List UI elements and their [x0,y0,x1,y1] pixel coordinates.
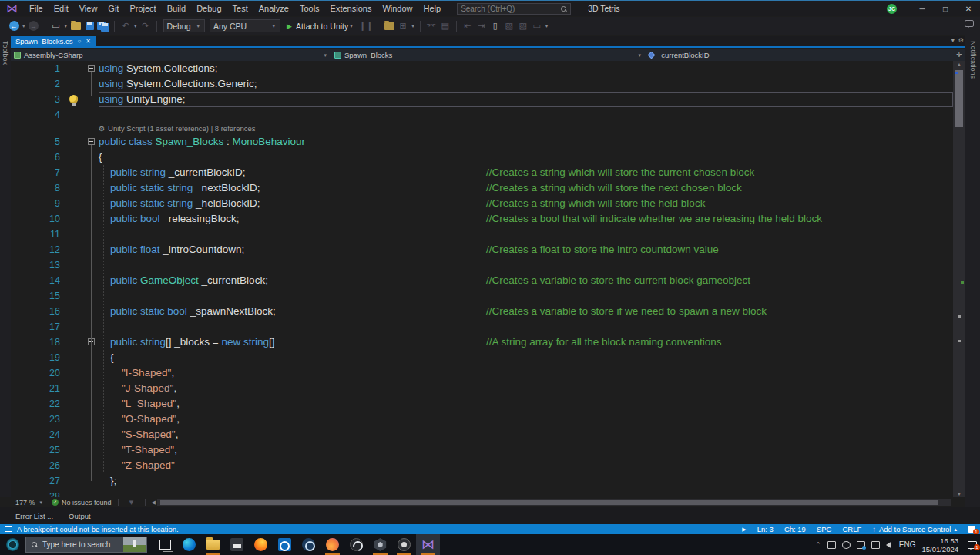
undo-dropdown[interactable]: ▾ [134,23,137,29]
user-avatar[interactable]: JC [887,4,897,14]
glyph-margin[interactable] [66,473,86,489]
notifications-tab[interactable]: Notifications [969,41,977,79]
code-line-23[interactable]: 23 "O-Shaped", [11,412,953,427]
uncomment-selection-icon[interactable]: ▧ [517,19,529,33]
column-indicator[interactable]: Ch: 19 [784,525,806,533]
fold-margin[interactable] [86,61,99,76]
project-dropdown[interactable]: Assembly-CSharp ▾ [11,49,331,61]
save-all-icon[interactable] [97,19,109,33]
visual-studio-icon[interactable]: ⋈ [416,534,440,555]
pause-icon[interactable]: ❙❙ [359,19,373,33]
code-line-26[interactable]: 26 "Z-Shaped" [11,458,953,473]
fold-margin[interactable] [86,134,99,150]
preview-changes-icon[interactable]: ⊞ [397,19,409,33]
navigate-back-button[interactable]: ← [8,19,20,33]
glyph-margin[interactable] [66,123,86,134]
line-ending-indicator[interactable]: CRLF [842,525,861,533]
recorder-app-icon[interactable] [392,534,416,555]
codelens-row[interactable]: ⚙Unity Script (1 asset reference) | 8 re… [11,123,953,134]
tray-display-icon[interactable] [857,541,865,549]
menu-window[interactable]: Window [377,1,418,16]
output-tab[interactable]: Output [69,512,91,520]
fold-margin[interactable] [86,76,99,92]
glyph-margin[interactable] [66,227,86,242]
code-line-6[interactable]: 6{ [11,150,953,165]
glyph-margin[interactable] [66,396,86,412]
code-line-5[interactable]: 5public class Spawn_Blocks : MonoBehavio… [11,134,953,150]
fold-margin[interactable] [86,211,99,227]
window-options-gear-icon[interactable]: ⚙ [958,37,964,44]
firefox-icon[interactable] [249,534,273,555]
glyph-margin[interactable] [66,92,86,107]
menu-help[interactable]: Help [418,1,447,16]
code-line-18[interactable]: 18 public string[] _blocks = new string[… [11,335,953,350]
line-indicator[interactable]: Ln: 3 [757,525,774,533]
disc-app-icon[interactable] [297,534,321,555]
language-indicator[interactable]: ENG [899,540,916,549]
fold-margin[interactable] [86,489,99,497]
send-feedback-icon[interactable] [965,20,974,27]
glyph-margin[interactable] [66,350,86,365]
fold-margin[interactable] [86,257,99,273]
start-button[interactable] [6,538,19,551]
code-line-8[interactable]: 8 public static string _nextBlockID;//Cr… [11,180,953,196]
fold-margin[interactable] [86,365,99,381]
fold-margin[interactable] [86,92,99,107]
bookmark-icon[interactable]: ▯ [489,19,502,33]
code-line-16[interactable]: 16 public static bool _spawnNextBlock;//… [11,304,953,319]
glyph-margin[interactable] [66,76,86,92]
code-line-11[interactable]: 11 [11,227,953,242]
navigate-back-dropdown[interactable]: ▾ [22,23,25,29]
code-line-21[interactable]: 21 "J-Shaped", [11,381,953,396]
action-center-icon[interactable]: 1 [968,541,977,549]
tab-close-icon[interactable]: ✕ [86,38,91,45]
lightbulb-icon[interactable] [69,95,78,103]
fold-margin[interactable] [86,227,99,242]
fold-margin[interactable] [86,350,99,365]
orange-app-icon[interactable] [321,534,344,555]
new-file-dropdown[interactable]: ▾ [65,23,68,29]
zoom-level-select[interactable]: 177 % ▾ [15,499,44,506]
fold-margin[interactable] [86,381,99,396]
solution-platform-select[interactable]: Any CPU▾ [210,19,280,32]
glyph-margin[interactable] [66,442,86,458]
scroll-down-icon[interactable]: ▼ [953,491,965,496]
vertical-scrollbar[interactable]: ▲ ▼ [953,61,965,497]
code-line-20[interactable]: 20 "I-Shaped", [11,365,953,381]
code-line-28[interactable]: 28 [11,489,953,497]
fold-margin[interactable] [86,150,99,165]
horizontal-scrollbar[interactable] [157,499,951,506]
code-line-25[interactable]: 25 "T-Shaped", [11,442,953,458]
save-icon[interactable] [83,19,96,33]
fold-margin[interactable] [86,319,99,335]
fold-margin[interactable] [86,165,99,180]
glyph-margin[interactable] [66,211,86,227]
add-to-source-control-button[interactable]: ↑ Add to Source Control ▴ [872,525,957,533]
glyph-margin[interactable] [66,365,86,381]
glyph-margin[interactable] [66,61,86,76]
menu-debug[interactable]: Debug [191,1,227,16]
taskbar-search-input[interactable]: Type here to search [25,536,147,553]
tray-antivirus-icon[interactable] [842,541,851,549]
menu-extensions[interactable]: Extensions [325,1,378,16]
attach-to-unity-button[interactable]: ▶ Attach to Unity ▾ [283,19,358,33]
codelens-text[interactable]: Unity Script (1 asset reference) | 8 ref… [108,124,256,133]
close-button[interactable]: ✕ [957,2,980,17]
quick-search-input[interactable]: Search (Ctrl+Q) [457,3,571,15]
notifications-bell-icon[interactable]: 1 [968,526,975,533]
fold-margin[interactable] [86,335,99,350]
redo-icon[interactable]: ↷ [139,19,152,33]
glyph-margin[interactable] [66,150,86,165]
collapse-region-icon[interactable] [88,138,95,145]
glyph-margin[interactable] [66,335,86,350]
hexagon-app-icon[interactable] [368,534,392,555]
outlook-icon[interactable] [273,534,297,555]
member-dropdown[interactable]: _currentBlockID ▾ [646,49,965,61]
navigate-forward-button[interactable]: → [28,19,40,33]
comment-selection-icon[interactable]: ▧ [503,19,515,33]
tab-pin-icon[interactable]: ○ [77,38,81,45]
glyph-margin[interactable] [66,288,86,304]
hscrollbar-thumb[interactable] [160,500,938,505]
tray-app-icon[interactable] [827,541,836,549]
spaces-indicator[interactable]: SPC [817,525,832,533]
